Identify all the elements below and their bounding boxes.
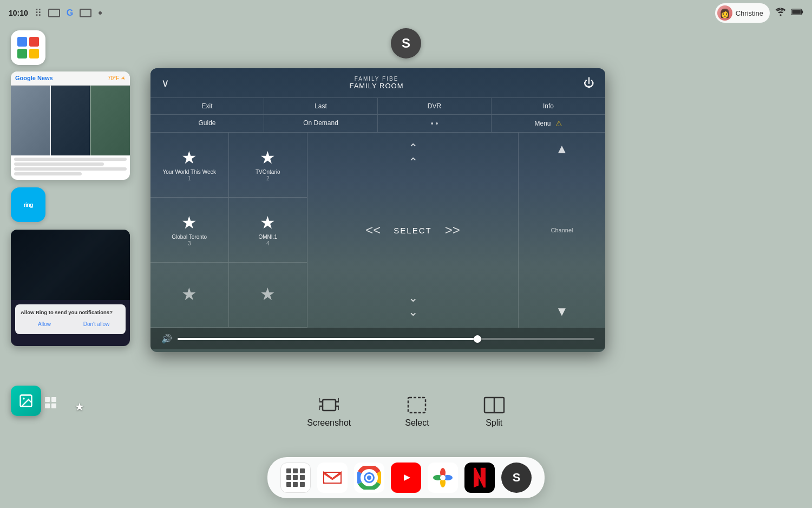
dock-chrome[interactable] — [354, 463, 384, 493]
svg-point-18 — [367, 476, 371, 480]
tv-room: FAMILY ROOM — [349, 82, 403, 90]
volume-knob[interactable] — [474, 335, 481, 343]
tv-dvr-btn[interactable]: DVR — [378, 98, 492, 114]
user-name: Christine — [736, 9, 763, 17]
user-avatar: 👩 — [717, 5, 732, 21]
dock-s-app[interactable]: S — [501, 463, 532, 493]
news-logo: Google News — [15, 75, 53, 81]
tv-right-btn[interactable]: >> — [445, 223, 460, 238]
bottom-actions: Screenshot Select Split — [0, 396, 812, 428]
channel-3-num: 3 — [188, 240, 191, 246]
tv-right-panel: ▲ Channel ▼ — [519, 133, 605, 328]
notif-allow-btn[interactable]: Allow — [21, 319, 68, 330]
volume-fill — [178, 338, 477, 340]
channel-1-num: 1 — [188, 175, 191, 181]
channel-6[interactable]: ★ — [229, 263, 307, 328]
tv-guide-btn[interactable]: Guide — [150, 115, 264, 132]
dock-apps-grid[interactable] — [280, 463, 311, 493]
notif-dont-btn[interactable]: Don't allow — [73, 319, 120, 330]
tv-nav-row1: Exit Last DVR Info — [150, 97, 605, 115]
status-time: 10:10 — [9, 9, 28, 17]
select-label: Select — [405, 418, 429, 428]
channel-3[interactable]: ★ Global Toronto 3 — [150, 198, 229, 263]
tv-center-controls: ⌃⌃ << SELECT >> ⌄⌄ — [307, 133, 519, 328]
tv-select-area: << SELECT >> — [365, 223, 460, 238]
svg-rect-13 — [322, 469, 343, 486]
tv-select-btn[interactable]: SELECT — [394, 226, 431, 235]
channel-2-name: TVOntario — [256, 168, 280, 175]
select-icon — [407, 396, 427, 414]
gsuite-app-icon[interactable] — [11, 30, 45, 65]
channel-1-name: Your World This Week — [162, 168, 216, 175]
tv-brand: FAMILY FIBE — [349, 76, 403, 82]
tab-icon — [48, 9, 60, 17]
tv-channel-up-btn[interactable]: ▲ — [555, 141, 568, 157]
center-s-avatar: S — [391, 28, 421, 58]
small-dot-icon: • — [98, 6, 102, 20]
tv-nav-row2: Guide On Demand • • Menu ⚠ — [150, 115, 605, 133]
status-bar: 10:10 ⠿ G • 👩 Christine — [0, 0, 812, 26]
screenshot-label: Screenshot — [307, 418, 351, 428]
dock-photos[interactable] — [428, 463, 458, 493]
channel-2[interactable]: ★ TVOntario 2 — [229, 133, 307, 198]
tv-channel-label: Channel — [551, 227, 573, 233]
tv-channel-down-btn[interactable]: ▼ — [555, 304, 568, 319]
wifi-icon — [775, 8, 786, 18]
tv-interface: ∨ FAMILY FIBE FAMILY ROOM ⏻ Exit Last DV… — [150, 68, 605, 352]
tv-menu-btn[interactable]: Menu ⚠ — [492, 115, 605, 132]
tv-ondemand-btn[interactable]: On Demand — [264, 115, 378, 132]
screenshot-icon — [319, 396, 339, 414]
battery-icon — [791, 8, 803, 18]
tv-up-btn[interactable]: ⌃⌃ — [408, 141, 418, 170]
status-icons: ⠿ G • — [35, 6, 715, 20]
dock-youtube[interactable] — [391, 463, 421, 493]
google-icon: G — [67, 8, 73, 18]
dock-gmail[interactable] — [317, 463, 348, 493]
tv-left-btn[interactable]: << — [365, 223, 381, 238]
channel-5[interactable]: ★ — [150, 263, 229, 328]
image-tool-icon[interactable] — [11, 386, 41, 416]
ring-app-preview[interactable]: Allow Ring to send you notifications? Al… — [11, 230, 130, 346]
tv-last-btn[interactable]: Last — [264, 98, 378, 114]
tv-exit-btn[interactable]: Exit — [150, 98, 264, 114]
tv-title-area: FAMILY FIBE FAMILY ROOM — [349, 76, 403, 90]
tv-volume-bar: 🔊 — [150, 328, 605, 349]
news-app-preview[interactable]: Google News 70°F ☀ — [11, 71, 130, 180]
svg-point-4 — [23, 398, 25, 400]
status-right: 👩 Christine — [715, 3, 803, 23]
tv-dots-area: • • — [378, 115, 492, 132]
warning-icon: ⚠ — [555, 119, 562, 128]
volume-track[interactable] — [178, 338, 594, 340]
select-action[interactable]: Select — [405, 396, 429, 428]
channel-4[interactable]: ★ OMNI.1 4 — [229, 198, 307, 263]
ring-icon-label: ring — [24, 201, 33, 208]
notif-title: Allow Ring to send you notifications? — [21, 309, 120, 316]
tv-power-button[interactable]: ⏻ — [584, 77, 594, 89]
volume-icon[interactable]: 🔊 — [161, 334, 172, 344]
status-dot-icon: ⠿ — [35, 7, 42, 19]
tv-header: ∨ FAMILY FIBE FAMILY ROOM ⏻ — [150, 68, 605, 97]
tv-info-btn[interactable]: Info — [492, 98, 605, 114]
news-weather: 70°F ☀ — [108, 75, 126, 81]
tv-down-btn[interactable]: ⌄⌄ — [408, 291, 418, 319]
split-label: Split — [486, 418, 502, 428]
svg-point-26 — [440, 475, 446, 480]
split-icon — [483, 396, 505, 414]
dock: S — [267, 457, 545, 498]
svg-rect-2 — [792, 10, 801, 14]
ring-app-icon[interactable]: ring — [11, 187, 45, 222]
screenshot-action[interactable]: Screenshot — [307, 396, 351, 428]
channel-4-name: OMNI.1 — [259, 233, 277, 240]
channel-1[interactable]: ★ Your World This Week 1 — [150, 133, 229, 198]
tv-main-area: ★ Your World This Week 1 ★ TVOntario 2 ★… — [150, 133, 605, 328]
svg-rect-9 — [323, 400, 336, 411]
channel-3-name: Global Toronto — [172, 233, 207, 240]
user-chip[interactable]: 👩 Christine — [715, 3, 770, 23]
tab2-icon — [80, 9, 91, 17]
tv-chevron-icon[interactable]: ∨ — [161, 76, 169, 89]
dock-netflix[interactable] — [464, 463, 495, 493]
svg-rect-10 — [408, 398, 425, 413]
split-action[interactable]: Split — [483, 396, 505, 428]
channel-grid: ★ Your World This Week 1 ★ TVOntario 2 ★… — [150, 133, 307, 328]
channel-4-num: 4 — [266, 240, 270, 246]
